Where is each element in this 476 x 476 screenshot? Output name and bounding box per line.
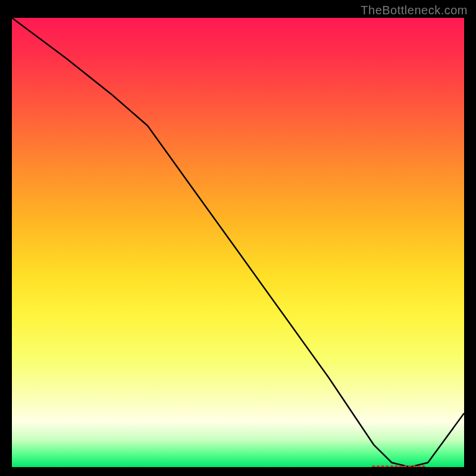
- chart-frame: TheBottleneck.com: [0, 0, 476, 476]
- attribution-text: TheBottleneck.com: [361, 4, 468, 17]
- marker-dot: [408, 465, 412, 467]
- marker-dot: [390, 465, 393, 467]
- marker-dot: [381, 465, 384, 467]
- marker-dot: [386, 465, 389, 467]
- marker-dot: [422, 465, 425, 467]
- curve-path: [12, 18, 464, 467]
- plot-area: [12, 18, 464, 467]
- marker-dot: [372, 465, 375, 467]
- marker-dot: [394, 465, 398, 467]
- line-layer: [12, 18, 464, 467]
- marker-dot: [377, 465, 380, 467]
